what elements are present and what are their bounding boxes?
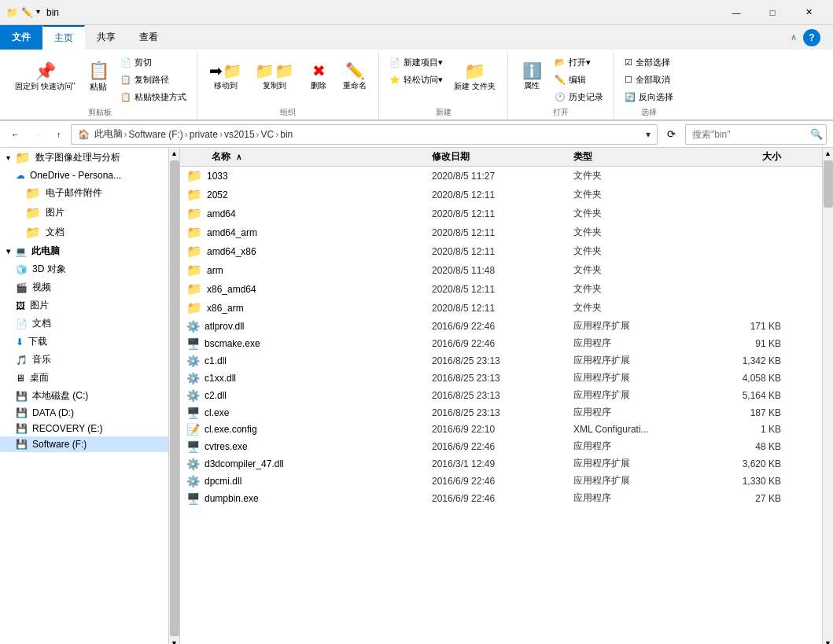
- path-item-private[interactable]: private: [190, 129, 218, 140]
- table-row[interactable]: ⚙️ atlprov.dll 2016/6/9 22:46 应用程序扩展 171…: [180, 318, 822, 335]
- filelist-scroll-up[interactable]: ▲: [823, 148, 834, 159]
- dropdown-icon[interactable]: ▾: [646, 129, 651, 140]
- move-to-button[interactable]: ➡📁 移动到: [204, 54, 248, 98]
- sidebar-item-thispc[interactable]: ▾ 💻 此电脑: [0, 242, 168, 260]
- new-folder-button[interactable]: 📁 新建 文件夹: [448, 54, 501, 98]
- sidebar-item-drive-e[interactable]: 💾 RECOVERY (E:): [0, 421, 168, 436]
- sidebar-item-email[interactable]: 📁 电子邮件附件: [0, 183, 168, 203]
- back-button[interactable]: ←: [6, 127, 24, 142]
- table-row[interactable]: ⚙️ c1.dll 2016/8/25 23:13 应用程序扩展 1,342 K…: [180, 352, 822, 370]
- table-row[interactable]: ⚙️ c2.dll 2016/8/25 23:13 应用程序扩展 5,164 K…: [180, 387, 822, 404]
- sidebar-item-docs[interactable]: 📄 文档: [0, 315, 168, 333]
- forward-button[interactable]: →: [29, 127, 47, 142]
- table-row[interactable]: ⚙️ d3dcompiler_47.dll 2016/3/1 12:49 应用程…: [180, 455, 822, 473]
- cell-date: 2016/8/25 23:13: [432, 373, 573, 384]
- sidebar-scrollbar[interactable]: ▲ ▼: [169, 148, 180, 644]
- table-row[interactable]: 🖥️ dumpbin.exe 2016/6/9 22:46 应用程序 27 KB: [180, 490, 822, 507]
- easy-access-button[interactable]: ⭐ 轻松访问▾: [385, 72, 447, 88]
- table-row[interactable]: 📁 1033 2020/8/5 11:27 文件夹: [180, 167, 822, 186]
- table-row[interactable]: 🖥️ cl.exe 2016/8/25 23:13 应用程序 187 KB: [180, 404, 822, 421]
- table-row[interactable]: 🖥️ cvtres.exe 2016/6/9 22:46 应用程序 48 KB: [180, 438, 822, 455]
- cell-size: 27 KB: [715, 493, 794, 504]
- maximize-button[interactable]: □: [754, 0, 791, 25]
- select-all-button[interactable]: ☑ 全部选择: [621, 54, 677, 71]
- minimize-button[interactable]: —: [718, 0, 754, 25]
- refresh-button[interactable]: ⟳: [662, 126, 680, 142]
- filelist-scroll-thumb[interactable]: [824, 160, 833, 208]
- path-item-software[interactable]: Software (F:): [129, 129, 183, 140]
- col-header-date[interactable]: 修改日期: [432, 150, 573, 164]
- cell-type: 文件夹: [573, 207, 715, 220]
- sidebar-item-drive-f[interactable]: 💾 Software (F:): [0, 436, 168, 452]
- edit-button[interactable]: ✏️ 编辑: [551, 72, 607, 88]
- file-name: dumpbin.exe: [205, 493, 259, 504]
- table-row[interactable]: 📁 amd64 2020/8/5 12:11 文件夹: [180, 204, 822, 223]
- tab-view[interactable]: 查看: [127, 25, 170, 50]
- file-name: amd64_arm: [207, 227, 257, 238]
- sidebar-item-pic[interactable]: 🖼 图片: [0, 296, 168, 315]
- sidebar-item-digital-image[interactable]: ▾ 📁 数字图像处理与分析: [0, 148, 168, 167]
- properties-button[interactable]: ℹ️ 属性: [514, 54, 549, 98]
- copy-path-button[interactable]: 📋 复制路径: [116, 72, 190, 88]
- col-header-name[interactable]: 名称 ∧: [180, 150, 432, 164]
- paste-button[interactable]: 📋 粘贴: [82, 54, 115, 98]
- sidebar-item-onedrive[interactable]: ☁ OneDrive - Persona...: [0, 167, 168, 183]
- path-item-vs2015[interactable]: vs2015: [224, 129, 255, 140]
- sidebar-item-drive-d[interactable]: 💾 DATA (D:): [0, 405, 168, 421]
- table-row[interactable]: 📁 arm 2020/8/5 11:48 文件夹: [180, 261, 822, 280]
- open-button[interactable]: 📂 打开▾: [551, 54, 607, 71]
- table-row[interactable]: 📁 x86_amd64 2020/8/5 12:11 文件夹: [180, 280, 822, 299]
- invert-icon: 🔄: [625, 92, 636, 102]
- cell-name: 📁 x86_arm: [180, 300, 432, 315]
- rename-button[interactable]: ✏️ 重命名: [337, 54, 372, 98]
- filelist-scroll-down[interactable]: ▼: [823, 638, 834, 644]
- filelist-scrollbar[interactable]: ▲ ▼: [822, 148, 833, 644]
- up-button[interactable]: ↑: [52, 127, 66, 142]
- table-row[interactable]: ⚙️ dpcmi.dll 2016/6/9 22:46 应用程序扩展 1,330…: [180, 473, 822, 490]
- sidebar-item-video[interactable]: 🎬 视频: [0, 278, 168, 296]
- col-header-type[interactable]: 类型: [573, 150, 715, 164]
- sidebar-scroll-up[interactable]: ▲: [169, 148, 180, 159]
- help-button[interactable]: ?: [803, 29, 820, 46]
- path-item-vc[interactable]: VC: [261, 129, 275, 140]
- table-row[interactable]: 📁 2052 2020/8/5 12:11 文件夹: [180, 186, 822, 204]
- history-button[interactable]: 🕐 历史记录: [551, 89, 607, 105]
- sidebar-item-desktop[interactable]: 🖥 桌面: [0, 369, 168, 387]
- path-item-bin[interactable]: bin: [280, 129, 293, 140]
- close-button[interactable]: ✕: [791, 0, 827, 25]
- path-item-computer[interactable]: 此电脑: [94, 127, 123, 141]
- table-row[interactable]: 🖥️ bscmake.exe 2016/6/9 22:46 应用程序 91 KB: [180, 335, 822, 352]
- file-name: 1033: [207, 171, 228, 182]
- table-row[interactable]: ⚙️ c1xx.dll 2016/8/25 23:13 应用程序扩展 4,058…: [180, 370, 822, 387]
- table-row[interactable]: 📁 amd64_arm 2020/8/5 12:11 文件夹: [180, 223, 822, 242]
- tab-share[interactable]: 共享: [85, 25, 127, 50]
- sidebar-item-3dobjects[interactable]: 🧊 3D 对象: [0, 260, 168, 278]
- invert-selection-button[interactable]: 🔄 反向选择: [621, 89, 677, 105]
- delete-button[interactable]: ✖ 删除: [301, 54, 336, 98]
- search-box[interactable]: 🔍: [685, 124, 827, 145]
- file-name: x86_amd64: [207, 284, 256, 295]
- sidebar-item-drive-c[interactable]: 💾 本地磁盘 (C:): [0, 387, 168, 405]
- pin-to-quickaccess-button[interactable]: 📌 固定到 快速访问": [9, 54, 80, 98]
- table-row[interactable]: 📝 cl.exe.config 2016/6/9 22:10 XML Confi…: [180, 421, 822, 438]
- tab-home[interactable]: 主页: [42, 25, 85, 50]
- search-input[interactable]: [692, 129, 810, 140]
- sidebar-scroll-down[interactable]: ▼: [169, 638, 180, 644]
- table-row[interactable]: 📁 amd64_x86 2020/8/5 12:11 文件夹: [180, 242, 822, 261]
- col-header-size[interactable]: 大小: [715, 150, 794, 164]
- cell-name: 📁 1033: [180, 168, 432, 183]
- cell-date: 2016/6/9 22:46: [432, 441, 573, 452]
- sidebar-item-documents[interactable]: 📁 文档: [0, 223, 168, 242]
- tab-file[interactable]: 文件: [0, 25, 42, 50]
- sidebar-scroll-thumb[interactable]: [170, 160, 179, 636]
- deselect-all-button[interactable]: ☐ 全部取消: [621, 72, 677, 88]
- sidebar-item-music[interactable]: 🎵 音乐: [0, 351, 168, 369]
- sidebar-item-downloads[interactable]: ⬇ 下载: [0, 333, 168, 351]
- copy-to-button[interactable]: 📁📁 复制到: [249, 54, 300, 98]
- copy-button[interactable]: 📄 剪切: [116, 54, 190, 71]
- paste-shortcut-button[interactable]: 📋 粘贴快捷方式: [116, 89, 190, 105]
- sidebar-item-pictures[interactable]: 📁 图片: [0, 203, 168, 223]
- table-row[interactable]: 📁 x86_arm 2020/8/5 12:11 文件夹: [180, 299, 822, 318]
- new-item-button[interactable]: 📄 新建项目▾: [385, 54, 447, 71]
- address-path[interactable]: 🏠 此电脑 › Software (F:) › private › vs2015…: [71, 124, 658, 145]
